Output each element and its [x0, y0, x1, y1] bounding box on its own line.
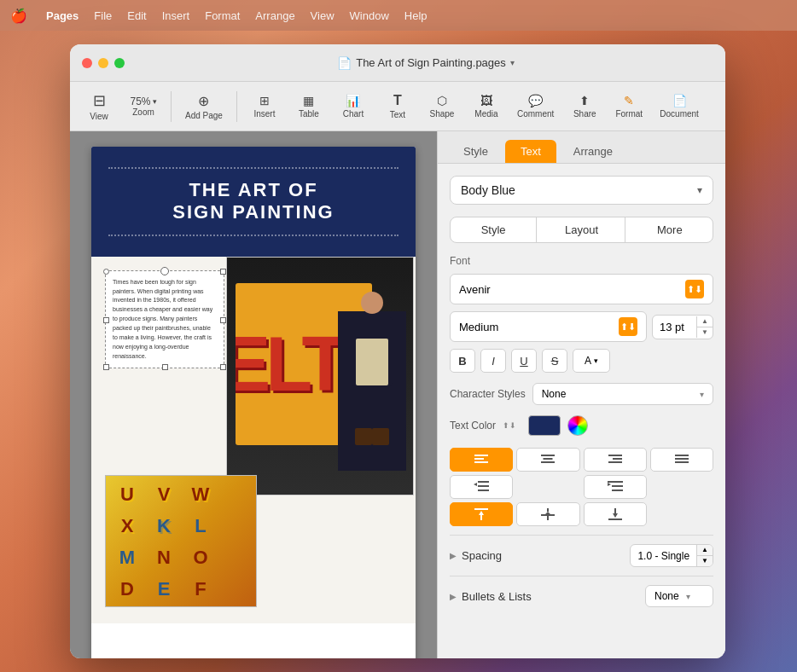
resize-handle-mid-right[interactable]: [220, 317, 226, 323]
resize-handle-top-left[interactable]: [103, 269, 109, 275]
menu-arrange[interactable]: Arrange: [255, 9, 294, 22]
font-size-value: 13 pt: [653, 316, 696, 339]
menu-help[interactable]: Help: [404, 9, 428, 22]
valign-middle-button[interactable]: [516, 502, 579, 526]
indent-increase-button[interactable]: [584, 475, 647, 499]
align-right-button[interactable]: [584, 448, 647, 472]
doc-title-text: The Art of Sign Painting.pages: [356, 56, 506, 69]
svg-marker-17: [474, 483, 477, 486]
alphabet-image: U V W X K L M N O D E F: [105, 475, 257, 607]
text-icon: T: [393, 93, 402, 108]
toolbar-share[interactable]: ⬆ Share: [564, 90, 605, 122]
strikethrough-button[interactable]: S: [542, 349, 567, 373]
tab-style[interactable]: Style: [448, 140, 503, 163]
menu-file[interactable]: File: [94, 9, 112, 22]
spacing-down[interactable]: ▼: [697, 556, 713, 566]
body-text: Times have been tough for sign painters.…: [113, 278, 217, 362]
view-label: View: [90, 112, 108, 121]
toolbar-view[interactable]: ⊟ View: [79, 88, 119, 125]
bullets-select[interactable]: None ▾: [645, 585, 713, 607]
toolbar-shape[interactable]: ⬡ Shape: [422, 90, 462, 122]
tab-arrange[interactable]: Arrange: [558, 140, 628, 163]
menubar: 🍎 Pages File Edit Insert Format Arrange …: [0, 0, 797, 31]
bullets-row[interactable]: ▶ Bullets & Lists None ▾: [450, 576, 713, 616]
menu-insert[interactable]: Insert: [162, 9, 190, 22]
bold-button[interactable]: B: [450, 349, 475, 373]
indent-decrease-button[interactable]: [450, 475, 513, 499]
spacing-row[interactable]: ▶ Spacing 1.0 - Single ▲ ▼: [450, 535, 713, 576]
app-name: Pages: [46, 9, 79, 22]
svg-marker-25: [479, 511, 484, 515]
valign-bottom-button[interactable]: [584, 502, 647, 526]
font-size-down[interactable]: ▼: [697, 327, 713, 338]
align-center-icon: [541, 455, 555, 465]
toolbar-zoom[interactable]: 75% ▾ Zoom: [123, 92, 164, 120]
font-weight-value: Medium: [459, 321, 498, 333]
resize-handle-mid-left[interactable]: [103, 317, 109, 323]
body-text-box[interactable]: Times have been tough for sign painters.…: [105, 270, 224, 369]
resize-handle-bottom-center[interactable]: [162, 364, 168, 370]
resize-handle-bottom-right[interactable]: [220, 364, 226, 370]
painter-torso: [352, 317, 393, 385]
text-color-format-btn[interactable]: A ▾: [573, 349, 610, 373]
toolbar-chart[interactable]: 📊 Chart: [333, 90, 374, 122]
tab-text[interactable]: Text: [505, 140, 556, 163]
align-left-button[interactable]: [450, 448, 513, 472]
text-color-label: Text Color: [450, 420, 496, 432]
svg-marker-28: [545, 512, 550, 514]
app-window: 📄 The Art of Sign Painting.pages ▾ ⊟ Vie…: [70, 44, 725, 658]
resize-handle-top-center[interactable]: [160, 267, 169, 275]
insert-icon: ⊞: [259, 94, 270, 107]
doc-title-line1: THE ART OF: [108, 179, 398, 201]
char-styles-select[interactable]: None ▾: [532, 383, 713, 405]
svg-rect-16: [478, 481, 489, 483]
align-justify-button[interactable]: [650, 448, 713, 472]
fullscreen-button[interactable]: [114, 58, 125, 68]
spacing-up[interactable]: ▲: [697, 545, 713, 556]
spacing-value-control[interactable]: 1.0 - Single ▲ ▼: [630, 544, 713, 567]
char-styles-value: None: [542, 388, 567, 400]
text-sub-tab-layout[interactable]: Layout: [538, 217, 625, 242]
toolbar-text[interactable]: T Text: [377, 90, 418, 123]
font-size-control[interactable]: 13 pt ▲ ▼: [652, 315, 713, 339]
color-wheel-button[interactable]: [567, 415, 588, 436]
font-size-up[interactable]: ▲: [697, 316, 713, 327]
italic-button[interactable]: I: [480, 349, 506, 373]
align-center-button[interactable]: [516, 448, 579, 472]
resize-handle-top-right[interactable]: [220, 269, 226, 275]
menu-view[interactable]: View: [311, 9, 335, 22]
text-color-swatch[interactable]: [528, 415, 561, 436]
title-chevron-icon[interactable]: ▾: [510, 58, 515, 67]
canvas-area[interactable]: THE ART OF SIGN PAINTING: [70, 131, 437, 658]
toolbar-format[interactable]: ✎ Format: [608, 90, 649, 122]
font-weight-select[interactable]: Medium ⬆⬇: [450, 311, 647, 342]
style-selector[interactable]: Body Blue ▾: [450, 176, 713, 205]
share-icon: ⬆: [579, 94, 590, 107]
apple-menu[interactable]: 🍎: [10, 8, 27, 24]
toolbar-add-page[interactable]: ⊕ Add Page: [178, 90, 230, 124]
valign-top-button[interactable]: [450, 502, 513, 526]
align-justify-icon: [675, 455, 689, 465]
toolbar-table[interactable]: ▦ Table: [288, 90, 329, 122]
toolbar-insert[interactable]: ⊞ Insert: [244, 90, 285, 122]
svg-rect-12: [675, 455, 689, 456]
toolbar-comment[interactable]: 💬 Comment: [510, 90, 561, 122]
underline-button[interactable]: U: [511, 349, 537, 373]
text-sub-tab-more[interactable]: More: [627, 217, 713, 242]
format-icon: ✎: [624, 94, 634, 107]
text-color-chevron-icon: ⬆⬇: [503, 421, 516, 430]
close-button[interactable]: [82, 58, 92, 68]
menu-window[interactable]: Window: [350, 9, 389, 22]
text-color-row: Text Color ⬆⬇: [450, 415, 713, 436]
toolbar-media[interactable]: 🖼 Media: [466, 90, 507, 122]
toolbar-document[interactable]: 📄 Document: [653, 90, 706, 122]
font-family-select[interactable]: Avenir ⬆⬇: [450, 274, 713, 304]
text-sub-tab-style[interactable]: Style: [451, 217, 537, 242]
resize-handle-bottom-left[interactable]: [103, 364, 109, 370]
menu-format[interactable]: Format: [205, 9, 240, 22]
menu-edit[interactable]: Edit: [127, 9, 146, 22]
svg-rect-34: [608, 518, 622, 520]
style-name: Body Blue: [461, 183, 515, 197]
minimize-button[interactable]: [98, 58, 108, 68]
document-icon: 📄: [672, 94, 687, 107]
